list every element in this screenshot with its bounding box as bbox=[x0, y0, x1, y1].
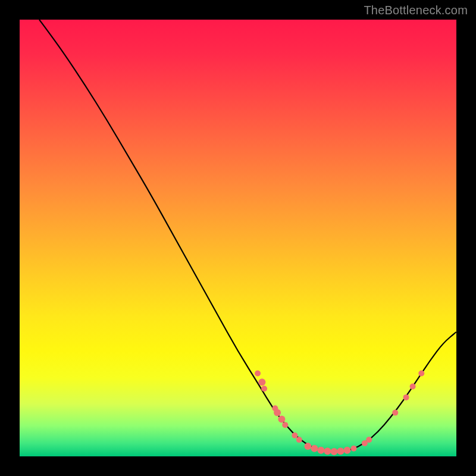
data-marker bbox=[282, 422, 288, 428]
data-marker bbox=[351, 446, 357, 452]
data-marker bbox=[278, 416, 285, 423]
data-marker bbox=[258, 378, 265, 386]
attribution-text: TheBottleneck.com bbox=[364, 4, 468, 17]
data-marker bbox=[274, 409, 281, 416]
data-markers bbox=[255, 371, 424, 455]
data-marker bbox=[403, 394, 409, 400]
data-marker bbox=[410, 384, 416, 390]
data-marker bbox=[304, 443, 311, 450]
data-marker bbox=[324, 447, 331, 455]
data-marker bbox=[296, 437, 302, 443]
data-marker bbox=[311, 445, 318, 452]
data-marker bbox=[292, 433, 298, 439]
data-marker bbox=[344, 447, 351, 454]
chart-plot-area bbox=[20, 20, 456, 456]
data-marker bbox=[366, 437, 372, 443]
chart-curve-layer bbox=[20, 20, 456, 456]
bottleneck-curve bbox=[39, 20, 456, 452]
data-marker bbox=[261, 386, 267, 392]
data-marker bbox=[337, 447, 344, 455]
data-marker bbox=[317, 447, 324, 454]
data-marker bbox=[418, 371, 424, 377]
data-marker bbox=[255, 371, 261, 377]
data-marker bbox=[330, 448, 337, 455]
data-marker bbox=[392, 410, 398, 416]
